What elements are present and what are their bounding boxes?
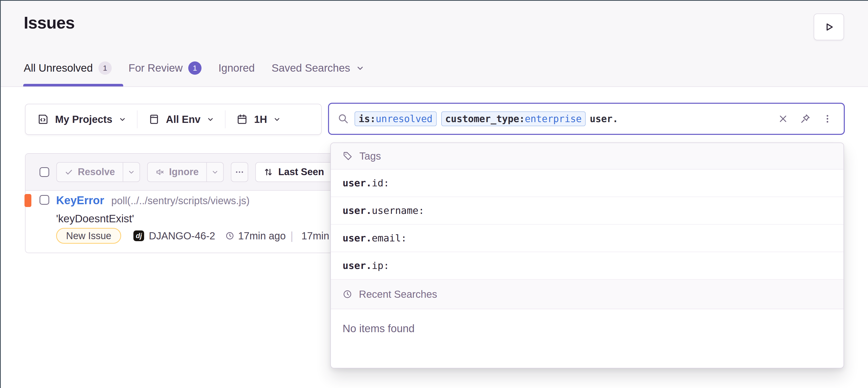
search-token-customer-type[interactable]: customer_type:enterprise bbox=[441, 111, 586, 126]
suggestion-match: user. bbox=[343, 232, 372, 244]
tag-icon bbox=[343, 151, 353, 161]
new-issue-badge: New Issue bbox=[56, 228, 121, 244]
environment-filter-label: All Env bbox=[166, 114, 201, 125]
suggestion-user-id[interactable]: user.id: bbox=[331, 169, 843, 197]
django-platform-icon: dj bbox=[133, 230, 144, 241]
page-title: Issues bbox=[24, 13, 74, 32]
meta-separator: | bbox=[290, 229, 293, 242]
resolve-button[interactable]: Resolve bbox=[57, 163, 123, 182]
search-autocomplete-dropdown: Tags user.id: user.username: user.email:… bbox=[330, 142, 844, 368]
ignore-button[interactable]: Ignore bbox=[148, 163, 206, 182]
time-range-filter-button[interactable]: 1H bbox=[225, 104, 291, 134]
replay-tour-button[interactable] bbox=[814, 13, 844, 40]
ignore-label: Ignore bbox=[169, 166, 199, 177]
tab-saved-searches[interactable]: Saved Searches bbox=[272, 62, 365, 74]
tab-label: For Review bbox=[129, 62, 183, 74]
kebab-menu-icon[interactable] bbox=[823, 114, 833, 124]
tags-header-label: Tags bbox=[360, 151, 381, 162]
resolve-label: Resolve bbox=[78, 166, 115, 177]
projects-filter-button[interactable]: My Projects bbox=[26, 104, 137, 134]
pin-search-icon[interactable] bbox=[800, 114, 811, 124]
issue-checkbox[interactable] bbox=[39, 195, 49, 205]
projects-icon bbox=[37, 114, 49, 125]
clear-search-icon[interactable] bbox=[778, 114, 788, 124]
search-actions bbox=[778, 114, 833, 124]
token-key: is: bbox=[359, 114, 376, 124]
issue-meta-row: New Issue dj DJANGO-46-2 17min ago | 17m… bbox=[56, 228, 346, 244]
tab-ignored[interactable]: Ignored bbox=[218, 62, 254, 74]
select-all-checkbox[interactable] bbox=[39, 167, 49, 177]
tab-all-unresolved[interactable]: All Unresolved 1 bbox=[24, 61, 112, 75]
search-typed-text[interactable]: user. bbox=[590, 114, 618, 124]
no-items-found-text: No items found bbox=[331, 309, 843, 348]
active-tab-underline bbox=[23, 84, 123, 87]
projects-filter-label: My Projects bbox=[55, 114, 113, 125]
tab-count-badge: 1 bbox=[188, 61, 202, 75]
resolve-split-button: Resolve bbox=[56, 162, 140, 182]
clock-icon bbox=[343, 289, 352, 299]
suggestion-match: user. bbox=[343, 205, 372, 216]
suggestion-rest: ip: bbox=[372, 260, 389, 271]
tab-count-badge: 1 bbox=[98, 61, 112, 75]
ignore-split-button: Ignore bbox=[147, 162, 224, 182]
search-token-is-unresolved[interactable]: is:unresolved bbox=[354, 111, 437, 126]
calendar-icon bbox=[236, 114, 248, 125]
chevron-down-icon bbox=[273, 116, 281, 123]
tab-label: All Unresolved bbox=[24, 62, 93, 74]
token-value: enterprise bbox=[525, 114, 582, 124]
tab-label: Ignored bbox=[218, 62, 254, 74]
sort-button[interactable]: Last Seen bbox=[255, 162, 337, 182]
sort-label: Last Seen bbox=[278, 166, 324, 177]
page-header: Issues All Unresolved 1 For Review 1 Ign… bbox=[1, 1, 868, 87]
tags-section-header: Tags bbox=[331, 143, 843, 169]
chevron-down-icon bbox=[119, 116, 126, 123]
issue-title-line: KeyError poll(../../sentry/scripts/views… bbox=[56, 194, 250, 207]
chevron-down-icon bbox=[356, 64, 365, 72]
clock-icon bbox=[225, 231, 235, 240]
search-tokens: is:unresolved customer_type:enterprise bbox=[354, 111, 586, 126]
tab-for-review[interactable]: For Review 1 bbox=[129, 61, 202, 75]
suggestion-rest: email: bbox=[372, 232, 407, 244]
play-icon bbox=[824, 22, 835, 33]
suggestion-rest: id: bbox=[372, 177, 389, 189]
token-key: customer_type: bbox=[445, 114, 525, 124]
error-level-bar bbox=[25, 194, 31, 207]
mute-icon bbox=[155, 167, 164, 177]
issue-title-link[interactable]: KeyError bbox=[56, 194, 104, 207]
issue-culprit: poll(../../sentry/scripts/views.js) bbox=[111, 195, 249, 206]
issue-tabs: All Unresolved 1 For Review 1 Ignored Sa… bbox=[24, 61, 365, 75]
resolve-dropdown-caret[interactable] bbox=[123, 163, 140, 182]
recent-searches-header-label: Recent Searches bbox=[359, 289, 437, 300]
environment-filter-button[interactable]: All Env bbox=[137, 104, 225, 134]
suggestion-user-username[interactable]: user.username: bbox=[331, 197, 843, 225]
suggestion-match: user. bbox=[343, 260, 372, 271]
suggestion-user-ip[interactable]: user.ip: bbox=[331, 252, 843, 280]
ignore-dropdown-caret[interactable] bbox=[206, 163, 223, 182]
time-range-filter-label: 1H bbox=[254, 114, 267, 125]
issues-page: Issues All Unresolved 1 For Review 1 Ign… bbox=[0, 0, 868, 388]
tab-label: Saved Searches bbox=[272, 62, 350, 74]
issue-last-seen: 17min ago bbox=[238, 230, 286, 242]
suggestion-match: user. bbox=[343, 177, 372, 189]
sort-arrows-icon bbox=[264, 167, 273, 177]
issue-short-id: DJANGO-46-2 bbox=[149, 230, 215, 242]
chevron-down-icon bbox=[207, 116, 214, 123]
issue-search-bar[interactable]: is:unresolved customer_type:enterprise u… bbox=[328, 103, 845, 135]
recent-searches-section-header: Recent Searches bbox=[331, 280, 843, 309]
page-filter-bar: My Projects All Env bbox=[25, 104, 322, 135]
suggestion-user-email[interactable]: user.email: bbox=[331, 225, 843, 252]
window-icon bbox=[148, 114, 160, 125]
issue-message: 'keyDoesntExist' bbox=[56, 213, 134, 225]
more-actions-button[interactable] bbox=[231, 162, 248, 182]
check-icon bbox=[65, 168, 73, 176]
token-value: unresolved bbox=[376, 114, 433, 124]
search-icon bbox=[338, 113, 349, 124]
suggestion-rest: username: bbox=[372, 205, 424, 216]
